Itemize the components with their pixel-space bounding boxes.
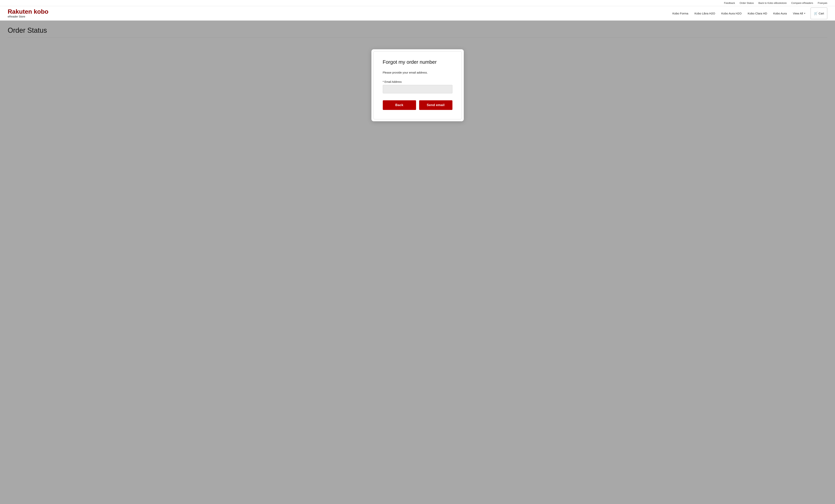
- modal-outer: Forgot my order number Please provide yo…: [371, 49, 464, 121]
- order-status-link[interactable]: Order Status: [739, 2, 754, 4]
- utility-bar: Feedback Order Status Back to Kobo eBook…: [0, 0, 835, 6]
- francais-link[interactable]: Français: [818, 2, 827, 4]
- logo-sub: eReader Store: [8, 15, 48, 18]
- cart-label: Cart: [819, 12, 824, 15]
- main-nav: Rakuten kobo eReader Store Kobo Forma Ko…: [0, 6, 835, 21]
- email-label: * Email Address: [383, 80, 452, 83]
- back-button[interactable]: Back: [383, 100, 416, 110]
- logo-brand: Rakuten kobo: [8, 8, 48, 15]
- page-title-section: Order Status: [8, 26, 827, 38]
- logo[interactable]: Rakuten kobo eReader Store: [8, 6, 48, 20]
- feedback-link[interactable]: Feedback: [724, 2, 735, 4]
- modal-area: Forgot my order number Please provide yo…: [8, 43, 827, 121]
- page-content: Order Status Forgot my order number Plea…: [0, 21, 835, 503]
- modal-buttons: Back Send email: [383, 100, 452, 110]
- modal-title: Forgot my order number: [383, 59, 452, 65]
- chevron-down-icon: ▼: [804, 12, 806, 15]
- email-form-group: * Email Address: [383, 80, 452, 93]
- nav-item-kobo-clara-hd[interactable]: Kobo Clara HD: [745, 8, 770, 19]
- nav-item-kobo-forma[interactable]: Kobo Forma: [669, 8, 691, 19]
- nav-item-kobo-aura[interactable]: Kobo Aura: [770, 8, 790, 19]
- back-to-kobo-link[interactable]: Back to Kobo eBookstore: [758, 2, 787, 4]
- cart-button[interactable]: 🛒 Cart: [811, 7, 827, 19]
- nav-links: Kobo Forma Kobo Libra H2O Kobo Aura H2O …: [669, 7, 827, 19]
- email-input[interactable]: [383, 85, 452, 93]
- page-title: Order Status: [8, 26, 827, 35]
- nav-item-kobo-aura-h2o[interactable]: Kobo Aura H2O: [718, 8, 745, 19]
- send-email-button[interactable]: Send email: [419, 100, 452, 110]
- view-all-button[interactable]: View All ▼: [790, 8, 809, 19]
- cart-icon: 🛒: [814, 12, 818, 15]
- modal-description: Please provide your email address.: [383, 70, 452, 75]
- nav-item-kobo-libra-h2o[interactable]: Kobo Libra H2O: [691, 8, 718, 19]
- modal-dialog: Forgot my order number Please provide yo…: [373, 51, 462, 119]
- view-all-label: View All: [793, 12, 803, 15]
- compare-ereaders-link[interactable]: Compare eReaders: [791, 2, 813, 4]
